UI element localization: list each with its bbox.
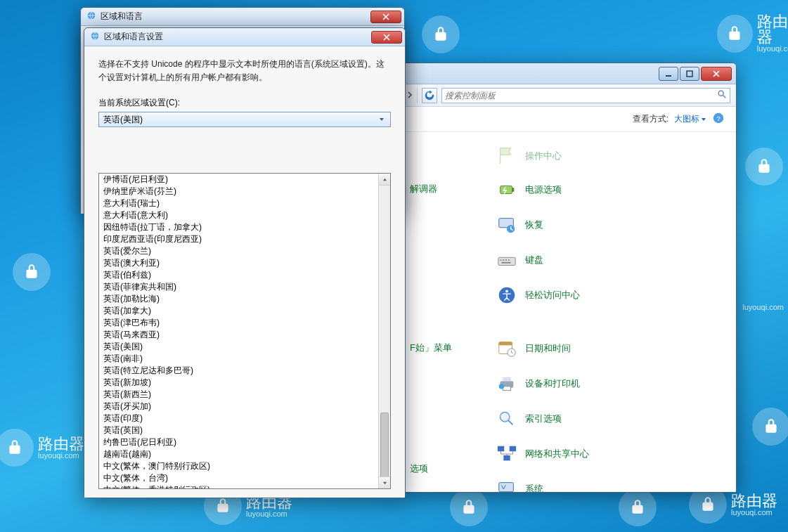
locale-combobox[interactable]: 英语(美国) [98,112,391,127]
locale-option[interactable]: 英语(新西兰) [99,389,378,401]
locale-dropdown-list[interactable]: 伊博语(尼日利亚)伊纳里萨米语(芬兰)意大利语(瑞士)意大利语(意大利)因纽特语… [98,173,391,489]
refresh-button[interactable] [422,88,437,103]
keyboard-icon [496,249,518,271]
breadcrumb-arrow-icon[interactable] [407,91,413,100]
svg-rect-10 [500,259,502,261]
magnifier-icon [496,408,518,430]
close-button[interactable] [701,67,732,81]
address-bar [401,84,736,107]
locale-option[interactable]: 英语(印度) [99,413,378,424]
cp-item-label: 恢复 [525,219,543,231]
locale-option[interactable]: 中文(繁体，台湾) [99,472,378,484]
svg-point-23 [499,384,505,389]
watermark: 路由器luyouqi.com [0,429,84,467]
window-titlebar[interactable]: 区域和语言 [81,8,404,26]
locale-option[interactable]: 伊博语(尼日利亚) [99,174,378,186]
locale-option[interactable]: 英语(菲律宾共和国) [99,281,378,293]
cp-item-label: 键盘 [525,254,543,266]
cp-item-network-sharing[interactable]: 网络和共享中心 [496,440,589,468]
locale-option[interactable]: 英语(新加坡) [99,377,378,389]
minimize-button[interactable] [659,67,678,81]
control-panel-window: 查看方式: 大图标 ? 解调器 F始」菜单 选项 操作中心 电源选项 恢复 键盘… [401,63,737,493]
globe-icon [90,31,100,43]
locale-option[interactable]: 因纽特语(拉丁语，加拿大) [99,221,378,233]
cp-item-date-time[interactable]: 日期和时间 [496,335,571,363]
svg-rect-9 [498,257,515,265]
cp-item-label: 日期和时间 [525,342,571,355]
cp-item-modem-partial[interactable]: 解调器 [410,183,437,195]
cp-item-startmenu-partial[interactable]: F始」菜单 [410,342,452,354]
network-icon [496,443,518,465]
svg-rect-13 [508,259,510,261]
locale-option[interactable]: 中文(繁体，香港特别行政区) [99,484,378,489]
chevron-down-icon[interactable] [376,114,387,125]
monitor-restore-icon [496,214,518,236]
cp-item-system[interactable]: 系统 [496,475,543,492]
svg-rect-28 [503,455,510,461]
cp-item-power-options[interactable]: 电源选项 [496,176,562,204]
locale-option[interactable]: 英语(马来西亚) [99,329,378,341]
locale-option[interactable]: 伊纳里萨米语(芬兰) [99,186,378,197]
svg-rect-12 [505,259,507,261]
maximize-button[interactable] [680,67,699,81]
cp-item-devices-printers[interactable]: 设备和打印机 [496,370,580,398]
search-field[interactable] [445,91,714,100]
help-button[interactable]: ? [712,112,725,126]
locale-option[interactable]: 印度尼西亚语(印度尼西亚) [99,233,378,245]
svg-point-2 [718,91,723,96]
scrollbar[interactable] [378,174,390,488]
cp-item-recovery[interactable]: 恢复 [496,211,543,239]
lock-icon [717,15,753,53]
globe-icon [86,11,96,22]
locale-option[interactable]: 英语(爱尔兰) [99,245,378,257]
lock-icon [422,15,460,53]
locale-option[interactable]: 英语(南非) [99,353,378,365]
combobox-selected-value: 英语(美国) [103,114,143,126]
locale-option[interactable]: 英语(加勒比海) [99,293,378,305]
lock-icon [619,488,657,526]
locale-option[interactable]: 英语(牙买加) [99,401,378,413]
scroll-down-button[interactable] [379,476,390,488]
locale-option[interactable]: 英语(英国) [99,424,378,436]
locale-option[interactable]: 越南语(越南) [99,448,378,460]
search-input[interactable] [441,88,730,103]
locale-option[interactable]: 英语(伯利兹) [99,269,378,281]
locale-option[interactable]: 意大利语(意大利) [99,209,378,221]
locale-option[interactable]: 英语(加拿大) [99,305,378,317]
lock-icon [0,429,34,467]
search-icon[interactable] [717,89,727,101]
watermark-domain: luyouqi.com [246,510,292,518]
cp-item-action-center[interactable]: 操作中心 [496,142,562,170]
window-titlebar[interactable]: 区域和语言设置 [84,28,405,46]
window-titlebar[interactable] [401,63,736,84]
cp-item-ease-of-access[interactable]: 轻松访问中心 [496,281,580,309]
cp-item-keyboard[interactable]: 键盘 [496,246,543,274]
locale-option[interactable]: 中文(繁体，澳门特别行政区) [99,460,378,472]
system-icon [496,478,518,492]
locale-field-label: 当前系统区域设置(C): [98,97,391,109]
close-button[interactable] [370,11,401,23]
svg-rect-1 [687,71,692,77]
locale-option[interactable]: 英语(特立尼达和多巴哥) [99,365,378,377]
lock-icon [450,488,488,526]
locale-option[interactable]: 意大利语(瑞士) [99,197,378,209]
locale-option[interactable]: 英语(澳大利亚) [99,257,378,269]
view-by-value: 大图标 [674,113,699,125]
dialog-description: 选择在不支持 Unicode 的程序中显示文本时所使用的语言(系统区域设置)。这… [98,58,391,84]
close-button[interactable] [371,31,402,44]
view-by-dropdown[interactable]: 大图标 [674,113,706,125]
watermark-brand: 路由器 [38,436,84,452]
locale-option[interactable]: 约鲁巴语(尼日利亚) [99,436,378,448]
cp-item-label: 轻松访问中心 [525,289,580,301]
svg-point-16 [505,290,508,293]
locale-option[interactable]: 英语(美国) [99,341,378,353]
locale-option[interactable]: 英语(津巴布韦) [99,317,378,329]
cp-item-indexing-options[interactable]: 索引选项 [496,405,562,433]
ease-icon [496,284,518,306]
battery-icon [496,179,518,201]
cp-item-options-partial[interactable]: 选项 [410,462,428,475]
watermark [450,488,488,526]
svg-rect-5 [500,186,512,193]
scroll-up-button[interactable] [379,174,390,186]
watermark-domain: luyouqi.com [731,509,777,517]
